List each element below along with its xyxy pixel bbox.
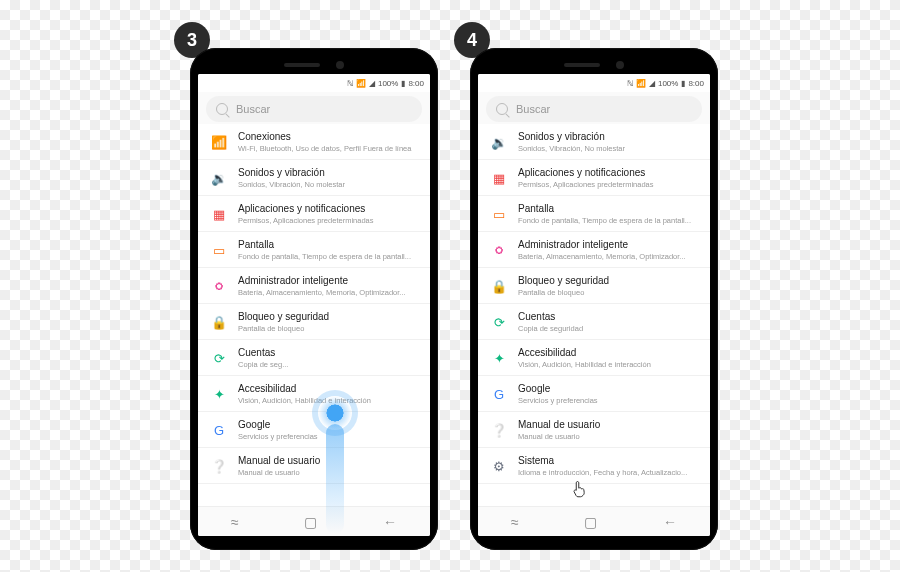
- settings-list[interactable]: 🔉Sonidos y vibraciónSonidos, Vibración, …: [478, 124, 710, 506]
- settings-item-title: Cuentas: [238, 347, 418, 359]
- display-icon: ▭: [490, 205, 508, 223]
- accounts-icon: ⟳: [210, 349, 228, 367]
- phone-screen: ℕ 📶 ◢ 100% ▮ 8:00 Buscar 🔉Sonidos y vibr…: [478, 74, 710, 536]
- settings-item-title: Cuentas: [518, 311, 698, 323]
- display-icon: ▭: [210, 241, 228, 259]
- settings-item-title: Google: [518, 383, 698, 395]
- settings-item[interactable]: ❔Manual de usuarioManual de usuario: [478, 412, 710, 448]
- settings-item[interactable]: ▭PantallaFondo de pantalla, Tiempo de es…: [478, 196, 710, 232]
- phone-sensors: [198, 56, 430, 74]
- settings-item[interactable]: ⚙SistemaIdioma e introducción, Fecha y h…: [478, 448, 710, 484]
- settings-item[interactable]: ▦Aplicaciones y notificacionesPermisos, …: [478, 160, 710, 196]
- nfc-icon: ℕ: [347, 79, 353, 88]
- wifi-icon: 📶: [210, 133, 228, 151]
- settings-item[interactable]: GGoogleServicios y preferencias: [478, 376, 710, 412]
- settings-item[interactable]: ▦Aplicaciones y notificacionesPermisos, …: [198, 196, 430, 232]
- a11y-icon: ✦: [490, 349, 508, 367]
- settings-item-subtitle: Visión, Audición, Habilidad e interacció…: [518, 360, 698, 369]
- nav-recent-button[interactable]: ≈: [497, 510, 533, 534]
- nav-back-button[interactable]: ←: [369, 510, 411, 534]
- settings-item-subtitle: Idioma e introducción, Fecha y hora, Act…: [518, 468, 698, 477]
- swipe-touch-indicator: [318, 396, 352, 430]
- a11y-icon: ✦: [210, 385, 228, 403]
- settings-item[interactable]: 🔉Sonidos y vibraciónSonidos, Vibración, …: [198, 160, 430, 196]
- search-icon: [496, 103, 508, 115]
- battery-icon: ▮: [401, 79, 405, 88]
- battery-text: 100%: [378, 79, 398, 88]
- settings-item-title: Pantalla: [238, 239, 418, 251]
- clock-text: 8:00: [688, 79, 704, 88]
- settings-item-subtitle: Sonidos, Vibración, No molestar: [518, 144, 698, 153]
- settings-item-subtitle: Manual de usuario: [518, 432, 698, 441]
- settings-item-subtitle: Copia de seg...: [238, 360, 418, 369]
- settings-item[interactable]: ❔Manual de usuarioManual de usuario: [198, 448, 430, 484]
- settings-item-subtitle: Servicios y preferencias: [518, 396, 698, 405]
- settings-item[interactable]: ✦AccesibilidadVisión, Audición, Habilida…: [478, 340, 710, 376]
- search-icon: [216, 103, 228, 115]
- nfc-icon: ℕ: [627, 79, 633, 88]
- sound-icon: 🔉: [490, 133, 508, 151]
- clock-text: 8:00: [408, 79, 424, 88]
- signal-status-icon: ◢: [369, 79, 375, 88]
- settings-item-title: Accesibilidad: [238, 383, 418, 395]
- google-icon: G: [210, 421, 228, 439]
- nav-bar: ≈ ▢ ←: [478, 506, 710, 536]
- settings-item-title: Aplicaciones y notificaciones: [238, 203, 418, 215]
- settings-item-subtitle: Pantalla de bloqueo: [518, 288, 698, 297]
- settings-item[interactable]: 🔒Bloqueo y seguridadPantalla de bloqueo: [198, 304, 430, 340]
- settings-item[interactable]: ▭PantallaFondo de pantalla, Tiempo de es…: [198, 232, 430, 268]
- settings-item[interactable]: ⟳CuentasCopia de seg...: [198, 340, 430, 376]
- settings-item-subtitle: Permisos, Aplicaciones predeterminadas: [518, 180, 698, 189]
- settings-item-title: Sonidos y vibración: [238, 167, 418, 179]
- settings-item-title: Aplicaciones y notificaciones: [518, 167, 698, 179]
- settings-item-title: Bloqueo y seguridad: [518, 275, 698, 287]
- apps-icon: ▦: [210, 205, 228, 223]
- settings-item-subtitle: Fondo de pantalla, Tiempo de espera de l…: [238, 252, 418, 261]
- status-bar: ℕ 📶 ◢ 100% ▮ 8:00: [478, 74, 710, 92]
- settings-item-title: Conexiones: [238, 131, 418, 143]
- settings-item-subtitle: Batería, Almacenamiento, Memoria, Optimi…: [518, 252, 698, 261]
- nav-home-button[interactable]: ▢: [570, 510, 611, 534]
- settings-item[interactable]: ⟳CuentasCopia de seguridad: [478, 304, 710, 340]
- search-input[interactable]: Buscar: [206, 96, 422, 122]
- nav-back-button[interactable]: ←: [649, 510, 691, 534]
- settings-item[interactable]: ⭘Administrador inteligenteBatería, Almac…: [198, 268, 430, 304]
- sound-icon: 🔉: [210, 169, 228, 187]
- settings-item[interactable]: ⭘Administrador inteligenteBatería, Almac…: [478, 232, 710, 268]
- tap-cursor-indicator: [570, 478, 590, 500]
- wifi-status-icon: 📶: [636, 79, 646, 88]
- settings-item-subtitle: Batería, Almacenamiento, Memoria, Optimi…: [238, 288, 418, 297]
- settings-item-title: Administrador inteligente: [518, 239, 698, 251]
- settings-item[interactable]: 🔒Bloqueo y seguridadPantalla de bloqueo: [478, 268, 710, 304]
- smart-icon: ⭘: [210, 277, 228, 295]
- settings-item-title: Bloqueo y seguridad: [238, 311, 418, 323]
- phone-step-3: ℕ 📶 ◢ 100% ▮ 8:00 Buscar 📶ConexionesWi-F…: [190, 48, 438, 550]
- signal-status-icon: ◢: [649, 79, 655, 88]
- settings-item-title: Sonidos y vibración: [518, 131, 698, 143]
- search-placeholder: Buscar: [516, 103, 550, 115]
- battery-icon: ▮: [681, 79, 685, 88]
- settings-item[interactable]: GGoogleServicios y preferencias: [198, 412, 430, 448]
- nav-recent-button[interactable]: ≈: [217, 510, 253, 534]
- system-icon: ⚙: [490, 457, 508, 475]
- settings-item[interactable]: ✦AccesibilidadVisión, Audición, Habilida…: [198, 376, 430, 412]
- settings-item[interactable]: 📶ConexionesWi-Fi, Bluetooth, Uso de dato…: [198, 124, 430, 160]
- settings-item[interactable]: 🔉Sonidos y vibraciónSonidos, Vibración, …: [478, 124, 710, 160]
- settings-item-title: Pantalla: [518, 203, 698, 215]
- phone-screen: ℕ 📶 ◢ 100% ▮ 8:00 Buscar 📶ConexionesWi-F…: [198, 74, 430, 536]
- settings-item-title: Accesibilidad: [518, 347, 698, 359]
- battery-text: 100%: [658, 79, 678, 88]
- smart-icon: ⭘: [490, 241, 508, 259]
- manual-icon: ❔: [490, 421, 508, 439]
- search-input[interactable]: Buscar: [486, 96, 702, 122]
- manual-icon: ❔: [210, 457, 228, 475]
- settings-item-subtitle: Pantalla de bloqueo: [238, 324, 418, 333]
- lock-icon: 🔒: [210, 313, 228, 331]
- settings-item-title: Administrador inteligente: [238, 275, 418, 287]
- search-placeholder: Buscar: [236, 103, 270, 115]
- lock-icon: 🔒: [490, 277, 508, 295]
- settings-list[interactable]: 📶ConexionesWi-Fi, Bluetooth, Uso de dato…: [198, 124, 430, 506]
- apps-icon: ▦: [490, 169, 508, 187]
- settings-item-subtitle: Wi-Fi, Bluetooth, Uso de datos, Perfil F…: [238, 144, 418, 153]
- settings-item-subtitle: Permisos, Aplicaciones predeterminadas: [238, 216, 418, 225]
